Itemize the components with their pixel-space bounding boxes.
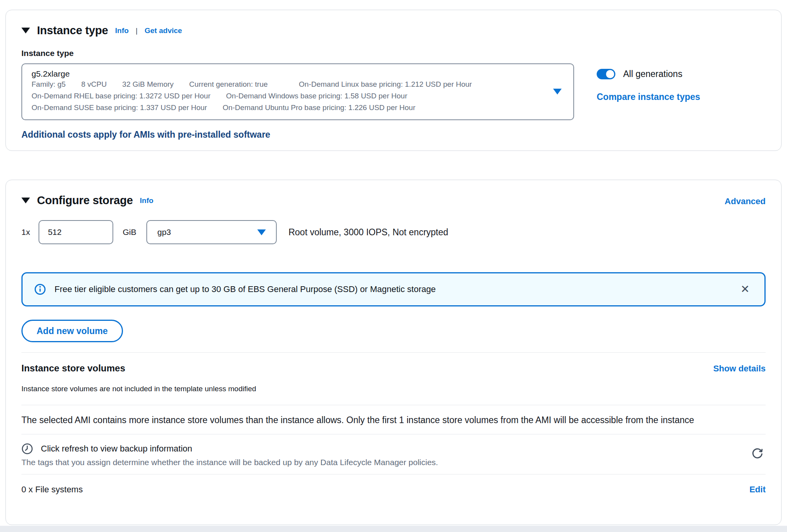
volume-description: Root volume, 3000 IOPS, Not encrypted	[288, 227, 448, 238]
backup-info-row: Click refresh to view backup information…	[21, 443, 766, 467]
collapse-triangle-icon[interactable]	[21, 28, 30, 33]
divider	[21, 352, 766, 353]
instance-type-panel: Instance type Info | Get advice Instance…	[5, 10, 782, 151]
page-background-strip	[0, 526, 787, 532]
ami-instance-store-warning: The selected AMI contains more instance …	[21, 412, 766, 428]
instance-pricing-line: On-Demand SUSE base pricing: 1.337 USD p…	[32, 102, 546, 114]
configure-storage-panel: Configure storage Info Advanced 1x GiB g…	[5, 180, 782, 525]
instance-type-select[interactable]: g5.2xlarge Family: g5 8 vCPU 32 GiB Memo…	[21, 63, 574, 120]
toggle-knob	[606, 70, 614, 78]
chevron-down-icon	[257, 229, 266, 235]
add-new-volume-button[interactable]: Add new volume	[21, 320, 123, 342]
instance-store-volumes-description: Instance store volumes are not included …	[21, 385, 766, 393]
divider	[21, 434, 766, 434]
backup-info-description: The tags that you assign determine wheth…	[21, 458, 438, 467]
link-separator: |	[136, 26, 138, 35]
edit-file-systems-link[interactable]: Edit	[749, 485, 766, 495]
all-generations-toggle[interactable]	[597, 69, 615, 79]
section-title: Configure storage	[37, 194, 133, 207]
instance-store-volumes-title: Instance store volumes	[21, 363, 125, 374]
advanced-link[interactable]: Advanced	[725, 194, 766, 206]
divider	[21, 405, 766, 405]
file-systems-row: 0 x File systems Edit	[21, 485, 766, 495]
info-icon	[34, 284, 46, 295]
backup-info-title: Click refresh to view backup information	[41, 444, 192, 454]
volume-unit-label: GiB	[123, 228, 136, 237]
section-title: Instance type	[37, 24, 108, 37]
get-advice-link[interactable]: Get advice	[145, 26, 182, 35]
free-tier-alert-text: Free tier eligible customers can get up …	[54, 284, 436, 294]
collapse-triangle-icon[interactable]	[21, 198, 30, 203]
volume-size-input[interactable]	[39, 220, 113, 244]
instance-type-header: Instance type Info | Get advice	[21, 24, 766, 37]
file-systems-label: 0 x File systems	[21, 485, 83, 495]
show-details-link[interactable]: Show details	[713, 364, 766, 374]
refresh-button[interactable]	[749, 445, 766, 463]
free-tier-alert: Free tier eligible customers can get up …	[21, 272, 766, 306]
configure-storage-header: Configure storage Info	[21, 194, 153, 207]
instance-specs-line: Family: g5 8 vCPU 32 GiB Memory Current …	[32, 79, 546, 90]
refresh-icon	[751, 447, 764, 460]
instance-type-field-label: Instance type	[21, 49, 766, 58]
close-icon[interactable]: ✕	[738, 282, 753, 296]
additional-costs-note[interactable]: Additional costs apply for AMIs with pre…	[21, 130, 766, 140]
root-volume-row: 1x GiB gp3 Root volume, 3000 IOPS, Not e…	[21, 220, 766, 244]
volume-count-label: 1x	[21, 228, 30, 237]
selected-volume-type: gp3	[157, 228, 171, 237]
volume-type-select[interactable]: gp3	[146, 220, 277, 244]
chevron-down-icon	[553, 89, 562, 94]
clock-icon	[21, 443, 33, 455]
compare-instance-types-link[interactable]: Compare instance types	[597, 92, 700, 102]
divider	[21, 474, 766, 474]
info-link[interactable]: Info	[140, 196, 153, 205]
info-link[interactable]: Info	[115, 26, 129, 35]
selected-instance-type: g5.2xlarge	[32, 69, 546, 79]
all-generations-label: All generations	[623, 69, 682, 79]
instance-pricing-line: On-Demand RHEL base pricing: 1.3272 USD …	[32, 90, 546, 102]
